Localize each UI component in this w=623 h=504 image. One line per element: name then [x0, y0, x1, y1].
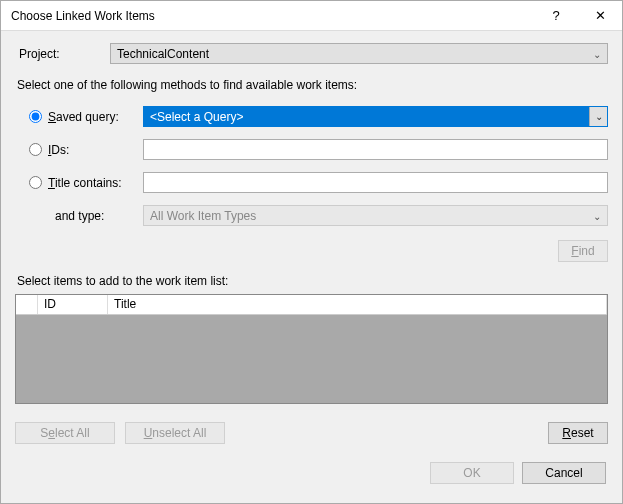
- saved-query-label: Saved query:: [48, 110, 119, 124]
- help-button[interactable]: ?: [534, 1, 578, 31]
- title-contains-label: Title contains:: [48, 176, 122, 190]
- grid-col-title[interactable]: Title: [108, 295, 607, 314]
- method-ids-row: IDs:: [15, 139, 608, 160]
- chevron-down-icon: ⌄: [589, 107, 607, 126]
- method-saved-query-row: Saved query: <Select a Query> ⌄: [15, 106, 608, 127]
- project-label: Project:: [15, 47, 110, 61]
- selection-buttons: Select All Unselect All Reset: [15, 422, 608, 444]
- find-button[interactable]: Find: [558, 240, 608, 262]
- dialog-body: Project: TechnicalContent ⌄ Select one o…: [1, 31, 622, 503]
- ids-input[interactable]: [143, 139, 608, 160]
- chevron-down-icon: ⌄: [593, 48, 601, 59]
- work-items-grid[interactable]: ID Title: [15, 294, 608, 404]
- dialog-buttons: OK Cancel: [15, 462, 608, 484]
- titlebar: Choose Linked Work Items ? ✕: [1, 1, 622, 31]
- title-contains-input[interactable]: [143, 172, 608, 193]
- saved-query-combo[interactable]: <Select a Query> ⌄: [143, 106, 608, 127]
- window-title: Choose Linked Work Items: [11, 9, 534, 23]
- reset-button[interactable]: Reset: [548, 422, 608, 444]
- grid-col-id[interactable]: ID: [38, 295, 108, 314]
- unselect-all-button[interactable]: Unselect All: [125, 422, 225, 444]
- ok-button[interactable]: OK: [430, 462, 514, 484]
- list-label: Select items to add to the work item lis…: [17, 274, 608, 288]
- and-type-label: and type:: [15, 209, 143, 223]
- project-row: Project: TechnicalContent ⌄: [15, 43, 608, 64]
- dialog-choose-linked-work-items: Choose Linked Work Items ? ✕ Project: Te…: [0, 0, 623, 504]
- and-type-value: All Work Item Types: [150, 209, 256, 223]
- title-contains-radio[interactable]: [29, 176, 42, 189]
- and-type-row: and type: All Work Item Types ⌄: [15, 205, 608, 226]
- saved-query-radio[interactable]: [29, 110, 42, 123]
- and-type-combo: All Work Item Types ⌄: [143, 205, 608, 226]
- help-icon: ?: [552, 8, 559, 23]
- close-button[interactable]: ✕: [578, 1, 622, 31]
- grid-col-select[interactable]: [16, 295, 38, 314]
- close-icon: ✕: [595, 8, 606, 23]
- cancel-button[interactable]: Cancel: [522, 462, 606, 484]
- select-all-button[interactable]: Select All: [15, 422, 115, 444]
- grid-header: ID Title: [16, 295, 607, 315]
- chevron-down-icon: ⌄: [593, 210, 601, 221]
- ids-radio[interactable]: [29, 143, 42, 156]
- instruction-text: Select one of the following methods to f…: [17, 78, 608, 92]
- saved-query-value: <Select a Query>: [150, 110, 243, 124]
- project-value: TechnicalContent: [117, 47, 209, 61]
- project-combo[interactable]: TechnicalContent ⌄: [110, 43, 608, 64]
- find-row: Find: [15, 240, 608, 262]
- ids-label: IDs:: [48, 143, 69, 157]
- grid-body: [16, 315, 607, 403]
- method-title-row: Title contains:: [15, 172, 608, 193]
